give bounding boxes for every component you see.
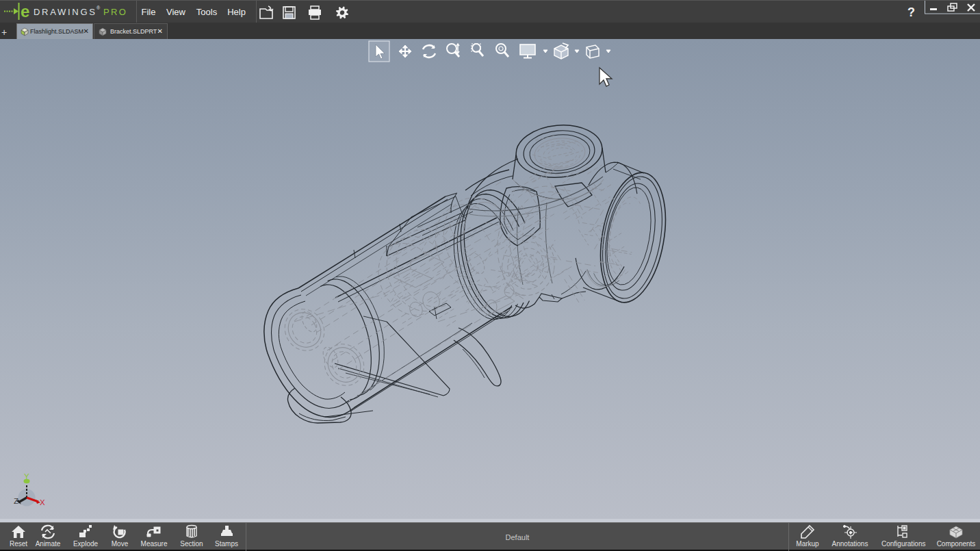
svg-text:®: ® [96,5,101,10]
svg-text:e: e [21,2,29,21]
svg-text:PRO: PRO [103,7,127,17]
svg-text:DRAWINGS: DRAWINGS [34,7,97,17]
svg-text:?: ? [907,5,915,19]
